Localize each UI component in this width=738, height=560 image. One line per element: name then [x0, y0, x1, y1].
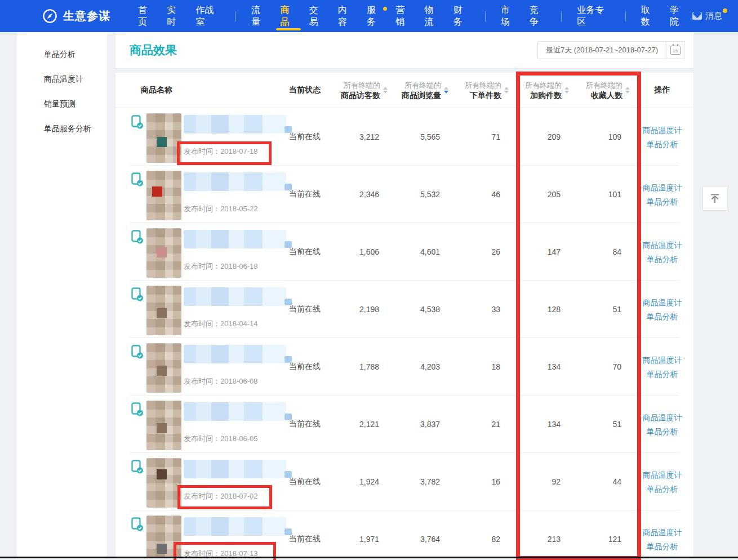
nav-item-trade[interactable]: 交易 [309, 0, 326, 32]
table-row: 发布时间：2018-07-02 当前在线 1,924 3,782 16 92 4… [115, 453, 693, 510]
item-analysis-link[interactable]: 单品分析 [647, 484, 678, 494]
calendar-button[interactable]: 15 [666, 41, 684, 59]
sidebar: 单品分析商品温度计销量预测单品服务分析 [17, 32, 107, 558]
nav-item-business-zone[interactable]: 业务专区 [577, 0, 610, 32]
sidebar-item-item-service-analysis[interactable]: 单品服务分析 [17, 117, 107, 141]
phone-online-icon [131, 230, 144, 245]
actions-cell: 商品温度计 单品分析 [631, 470, 693, 494]
product-name-blurred[interactable] [184, 517, 286, 536]
nav-item-contents[interactable]: 内容 [338, 0, 354, 32]
item-analysis-link[interactable]: 单品分析 [647, 541, 678, 552]
product-name-blurred[interactable] [184, 287, 286, 306]
nav-divider [561, 11, 562, 21]
publish-time: 发布时间：2018-06-08 [184, 376, 287, 386]
column-header-visitors[interactable]: 所有终端的 商品访客数 [332, 81, 389, 100]
product-name-blurred[interactable] [184, 115, 286, 134]
product-thermometer-link[interactable]: 商品温度计 [643, 355, 682, 365]
product-image[interactable] [146, 458, 181, 508]
nav-item-academy[interactable]: 学院 [670, 0, 686, 32]
table-row: 发布时间：2018-06-18 当前在线 1,606 4,601 26 147 … [115, 223, 693, 281]
nav-item-service[interactable]: 服务 [367, 0, 383, 32]
date-range-button[interactable]: 最近7天 (2018-07-21~2018-07-27) [537, 41, 666, 59]
table-header-row: 商品名称 当前状态 所有终端的 商品访客数 所有终端的 商品浏览量 [115, 73, 693, 108]
sort-icon[interactable] [564, 87, 569, 94]
product-image[interactable] [146, 343, 181, 393]
brand[interactable]: 生意参谋 [42, 8, 110, 24]
item-analysis-link[interactable]: 单品分析 [647, 197, 678, 207]
back-to-top-button[interactable] [703, 186, 727, 211]
actions-cell: 商品温度计 单品分析 [631, 240, 693, 264]
column-header-status: 当前状态 [287, 85, 332, 95]
nav-item-market[interactable]: 市场 [501, 0, 517, 32]
sidebar-item-sales-forecast[interactable]: 销量预测 [17, 92, 107, 117]
nav-item-traffic[interactable]: 流量 [251, 0, 268, 32]
status-cell: 当前在线 [287, 477, 332, 487]
item-analysis-link[interactable]: 单品分析 [647, 254, 678, 264]
nav-item-realtime[interactable]: 实时 [167, 0, 183, 32]
product-thermometer-link[interactable]: 商品温度计 [643, 527, 682, 537]
product-cell: 发布时间：2018-06-08 [130, 338, 287, 395]
product-thermometer-link[interactable]: 商品温度计 [643, 125, 682, 135]
product-image[interactable] [146, 401, 181, 450]
calendar-icon: 15 [670, 46, 681, 55]
sidebar-item-product-thermometer[interactable]: 商品温度计 [17, 67, 107, 92]
sort-icon[interactable] [625, 87, 630, 94]
nav-item-home[interactable]: 首页 [138, 0, 154, 32]
sidebar-item-item-analysis[interactable]: 单品分析 [17, 42, 107, 67]
product-name-blurred[interactable] [184, 172, 286, 191]
nav-item-data-fetch[interactable]: 取数 [641, 0, 657, 32]
item-analysis-link[interactable]: 单品分析 [647, 139, 678, 149]
product-thermometer-link[interactable]: 商品温度计 [643, 412, 682, 423]
phone-online-icon [131, 287, 144, 302]
nav-item-war-room[interactable]: 作战室 [195, 0, 220, 32]
favs-cell: 109 [608, 132, 631, 141]
sort-icon-active-desc[interactable] [444, 87, 448, 94]
product-thermometer-link[interactable]: 商品温度计 [643, 240, 682, 250]
views-cell: 3,837 [420, 420, 450, 429]
item-analysis-link[interactable]: 单品分析 [647, 426, 678, 437]
product-name-blurred[interactable] [184, 345, 286, 363]
messages-button[interactable]: 消息 [692, 11, 722, 21]
messages-label: 消息 [705, 11, 722, 21]
column-header-orders[interactable]: 所有终端的 下单件数 [450, 81, 510, 100]
actions-cell: 商品温度计 单品分析 [631, 297, 693, 322]
nav-item-logistics[interactable]: 物流 [424, 0, 441, 32]
carts-cell: 147 [548, 247, 570, 256]
favs-cell: 51 [612, 305, 631, 314]
sort-icon[interactable] [383, 87, 388, 94]
item-analysis-link[interactable]: 单品分析 [647, 312, 678, 322]
product-image[interactable] [146, 171, 181, 220]
favs-cell: 84 [612, 247, 631, 256]
views-cell: 3,782 [420, 477, 450, 486]
actions-cell: 商品温度计 单品分析 [631, 355, 693, 379]
product-image[interactable] [146, 113, 181, 163]
product-name-blurred[interactable] [184, 460, 286, 478]
actions-cell: 商品温度计 单品分析 [631, 125, 693, 149]
nav-item-marketing[interactable]: 营销 [395, 0, 412, 32]
product-image[interactable] [146, 228, 181, 278]
column-header-carts[interactable]: 所有终端的 加购件数 [510, 81, 570, 100]
sort-icon[interactable] [504, 87, 509, 94]
nav-item-finance[interactable]: 财务 [454, 0, 470, 32]
product-thermometer-link[interactable]: 商品温度计 [643, 183, 682, 193]
product-name-blurred[interactable] [184, 230, 286, 248]
product-name-blurred[interactable] [184, 402, 286, 421]
nav-item-product[interactable]: 商品 [280, 0, 296, 32]
product-cell: 发布时间：2018-07-18 [130, 108, 287, 166]
main-content: 商品效果 最近7天 (2018-07-21~2018-07-27) 15 商品名… [115, 32, 693, 558]
product-thermometer-link[interactable]: 商品温度计 [643, 297, 682, 308]
column-header-views[interactable]: 所有终端的 商品浏览量 [389, 81, 450, 100]
top-navbar: 生意参谋 首页实时作战室流量商品交易内容服务营销物流财务市场竞争业务专区取数学院… [0, 0, 738, 32]
product-table: 商品名称 当前状态 所有终端的 商品访客数 所有终端的 商品浏览量 [115, 73, 693, 558]
product-thermometer-link[interactable]: 商品温度计 [643, 470, 682, 480]
carts-cell: 134 [548, 362, 570, 371]
product-image[interactable] [146, 515, 181, 558]
item-analysis-link[interactable]: 单品分析 [647, 369, 678, 379]
favs-cell: 101 [608, 190, 631, 199]
product-image[interactable] [146, 286, 181, 335]
visitors-cell: 2,346 [359, 190, 389, 199]
column-header-favs[interactable]: 所有终端的 收藏人数 [570, 81, 631, 100]
status-cell: 当前在线 [287, 534, 332, 544]
status-cell: 当前在线 [287, 419, 332, 429]
nav-item-competition[interactable]: 竞争 [530, 0, 546, 32]
